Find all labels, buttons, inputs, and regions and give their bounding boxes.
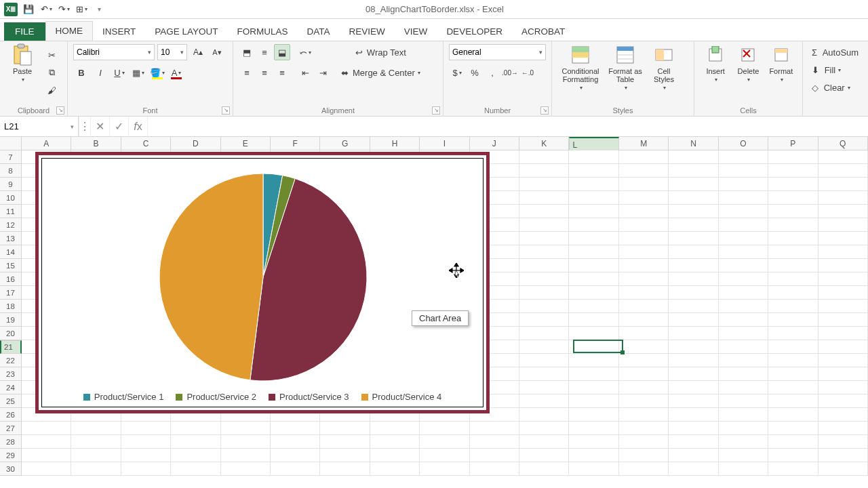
row-header[interactable]: 12 <box>0 218 22 232</box>
column-header[interactable]: F <box>271 137 320 150</box>
align-middle-icon[interactable]: ≡ <box>256 44 273 60</box>
font-color-button[interactable]: A▾ <box>168 64 184 81</box>
cell[interactable] <box>519 300 569 313</box>
cell[interactable] <box>519 381 569 394</box>
cell[interactable] <box>768 435 818 449</box>
cell[interactable] <box>768 354 818 367</box>
tab-home[interactable]: HOME <box>45 21 94 41</box>
fill-button[interactable]: ⬇ Fill▾ <box>808 62 844 78</box>
cell[interactable] <box>719 191 768 205</box>
cell[interactable] <box>719 367 768 381</box>
qat-more-icon[interactable]: ▾ <box>92 3 106 16</box>
cell[interactable] <box>768 191 818 205</box>
column-header[interactable]: A <box>22 137 71 150</box>
cell[interactable] <box>619 150 669 164</box>
cell[interactable] <box>519 422 569 435</box>
cell[interactable] <box>519 462 569 476</box>
format-as-table-button[interactable]: Format as Table▾ <box>605 44 646 91</box>
cell[interactable] <box>569 367 618 381</box>
cell[interactable] <box>768 462 818 476</box>
cell[interactable] <box>519 408 569 422</box>
cell[interactable] <box>519 164 569 178</box>
cell[interactable] <box>171 422 220 435</box>
cell[interactable] <box>719 381 768 394</box>
cell[interactable] <box>619 205 669 218</box>
cell[interactable] <box>320 462 370 476</box>
row-header[interactable]: 29 <box>0 449 22 462</box>
cell[interactable] <box>669 408 718 422</box>
cell[interactable] <box>818 327 868 340</box>
number-format-select[interactable]: General▾ <box>449 44 546 60</box>
row-header[interactable]: 19 <box>0 313 22 327</box>
column-header[interactable]: H <box>370 137 420 150</box>
cell[interactable] <box>569 354 618 367</box>
row-header[interactable]: 28 <box>0 435 22 449</box>
cell[interactable] <box>818 435 868 449</box>
cell[interactable] <box>669 354 718 367</box>
cell[interactable] <box>569 205 618 218</box>
cell[interactable] <box>818 164 868 178</box>
cell[interactable] <box>818 313 868 327</box>
cell-styles-button[interactable]: Cell Styles▾ <box>647 44 681 91</box>
cell[interactable] <box>768 313 818 327</box>
align-top-icon[interactable]: ⬒ <box>239 44 255 60</box>
cell[interactable] <box>569 422 618 435</box>
fill-color-button[interactable]: 🪣▾ <box>149 64 165 81</box>
increase-font-icon[interactable]: A▴ <box>190 44 206 60</box>
cell[interactable] <box>669 205 718 218</box>
column-header[interactable]: I <box>420 137 469 150</box>
cell[interactable] <box>768 150 818 164</box>
cell[interactable] <box>121 462 171 476</box>
cell[interactable] <box>320 435 370 449</box>
cell[interactable] <box>719 164 768 178</box>
cell[interactable] <box>569 178 618 191</box>
cell[interactable] <box>569 300 618 313</box>
row-header[interactable]: 21 <box>0 340 22 354</box>
cell[interactable] <box>719 300 768 313</box>
cell[interactable] <box>569 381 618 394</box>
cell[interactable] <box>818 245 868 259</box>
cell[interactable] <box>619 259 669 272</box>
undo-icon[interactable]: ↶▾ <box>39 3 53 16</box>
cell[interactable] <box>71 435 121 449</box>
cell[interactable] <box>669 300 718 313</box>
cell[interactable] <box>669 218 718 232</box>
cell[interactable] <box>569 164 618 178</box>
cell[interactable] <box>818 300 868 313</box>
cell[interactable] <box>519 178 569 191</box>
cell[interactable] <box>569 394 618 408</box>
row-header[interactable]: 7 <box>0 150 22 164</box>
format-cells-button[interactable]: Format▾ <box>766 44 797 83</box>
row-header[interactable]: 10 <box>0 191 22 205</box>
cell[interactable] <box>768 300 818 313</box>
tab-formulas[interactable]: FORMULAS <box>228 22 298 41</box>
cell[interactable] <box>569 232 618 245</box>
qat-customize-icon[interactable]: ⊞▾ <box>75 3 88 16</box>
column-header[interactable]: O <box>719 137 768 150</box>
cell[interactable] <box>669 449 718 462</box>
cell[interactable] <box>519 327 569 340</box>
cell[interactable] <box>370 422 420 435</box>
cell[interactable] <box>818 150 868 164</box>
cell[interactable] <box>768 218 818 232</box>
row-header[interactable]: 13 <box>0 232 22 245</box>
cell[interactable] <box>370 435 420 449</box>
cell[interactable] <box>71 462 121 476</box>
cell[interactable] <box>519 367 569 381</box>
tab-view[interactable]: VIEW <box>395 22 437 41</box>
cell[interactable] <box>768 164 818 178</box>
cell[interactable] <box>619 381 669 394</box>
cell[interactable] <box>818 218 868 232</box>
column-header[interactable]: K <box>519 137 569 150</box>
cell[interactable] <box>719 462 768 476</box>
cell[interactable] <box>171 435 220 449</box>
column-header[interactable]: G <box>320 137 370 150</box>
cell[interactable] <box>370 449 420 462</box>
wrap-text-button[interactable]: ↩ Wrap Text <box>336 44 425 60</box>
cell[interactable] <box>470 449 519 462</box>
cell[interactable] <box>221 435 271 449</box>
legend-item[interactable]: Product/Service 1 <box>83 392 164 402</box>
tab-insert[interactable]: INSERT <box>93 22 145 41</box>
cell[interactable] <box>519 286 569 300</box>
cell[interactable] <box>569 313 618 327</box>
